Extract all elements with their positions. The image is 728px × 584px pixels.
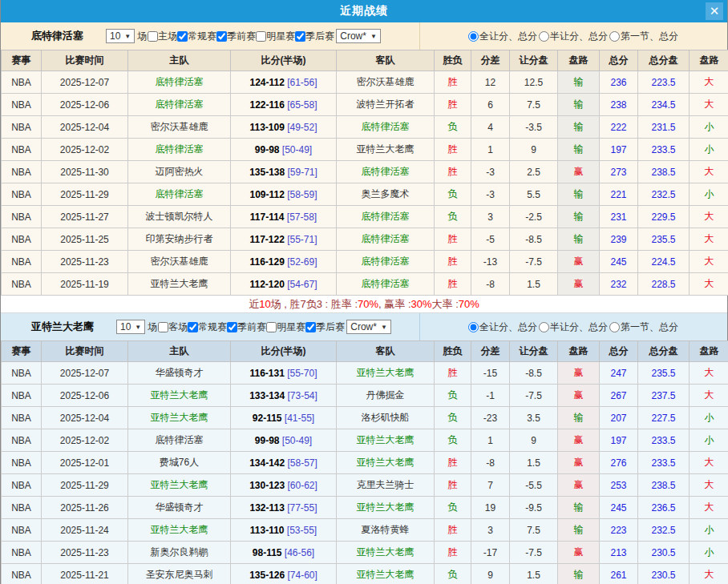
close-icon[interactable]: ✕ (706, 2, 723, 20)
handicap-result-cell: 输 (558, 564, 600, 584)
final-score: 122-116 (249, 99, 284, 111)
column-header: 盘路 (690, 341, 728, 362)
result-cell: 胜 (435, 71, 471, 94)
handicap-result-cell: 赢 (558, 161, 600, 183)
column-header: 总分 (600, 341, 638, 362)
total-result-cell: 大 (690, 161, 728, 183)
filter-checkbox[interactable] (148, 31, 158, 42)
hawks-source-select[interactable]: Crow*▼ (346, 320, 391, 334)
league-cell: NBA (2, 139, 42, 161)
odds-mode-radio[interactable] (468, 322, 479, 332)
pistons-games-count-select[interactable]: 10▼ (106, 29, 135, 43)
hawks-games-count-select[interactable]: 10▼ (116, 320, 145, 334)
date-cell: 2025-12-02 (42, 139, 128, 161)
odds-mode-radio[interactable] (609, 322, 620, 332)
table-row: NBA2025-11-23密尔沃基雄鹿116-129 [52-69]底特律活塞胜… (2, 251, 728, 273)
total-points-cell: 273 (600, 161, 638, 183)
score-cell: 92-115 [41-55] (231, 407, 337, 429)
final-score: 92-115 (253, 413, 282, 424)
league-cell: NBA (2, 474, 42, 497)
odds-mode-radio-label: 半让分、总分 (539, 320, 608, 334)
summary-segment: , 赢率 : (378, 297, 411, 312)
date-cell: 2025-11-24 (42, 519, 128, 542)
filter-checkbox[interactable] (305, 322, 316, 332)
date-cell: 2025-12-02 (42, 429, 128, 452)
column-header: 赛事 (2, 341, 42, 362)
total-points-cell: 238 (600, 94, 638, 116)
handicap-line-cell: 1.5 (510, 273, 558, 296)
filter-checkbox[interactable] (295, 31, 305, 42)
summary-segment: 70% (459, 298, 479, 310)
odds-mode-radio[interactable] (539, 322, 549, 332)
result-cell: 负 (435, 564, 471, 584)
diff-cell: -1 (471, 385, 510, 407)
total-points-cell: 207 (600, 407, 638, 429)
handicap-result-cell: 赢 (558, 429, 600, 452)
halftime-score: [55-70] (285, 368, 317, 379)
handicap-result-cell: 赢 (558, 542, 600, 564)
result-cell: 负 (435, 407, 471, 429)
hawks-results-table: 赛事比赛时间主队比分(半场)客队胜负分差让分盘盘路总分总分盘盘路 NBA2025… (1, 340, 728, 584)
final-score: 124-112 (249, 77, 284, 88)
handicap-result-cell: 输 (558, 497, 600, 519)
away-team-cell: 底特律活塞 (337, 116, 435, 139)
score-cell: 112-120 [54-67] (231, 273, 337, 296)
handicap-result-cell: 赢 (558, 474, 600, 497)
total-line-cell: 233.5 (638, 452, 690, 474)
total-result-cell: 大 (690, 94, 728, 116)
away-team-cell: 底特律活塞 (337, 273, 435, 296)
column-header: 比赛时间 (42, 341, 128, 362)
date-cell: 2025-12-01 (42, 452, 128, 474)
odds-mode-radio[interactable] (468, 31, 479, 42)
odds-mode-radio[interactable] (539, 31, 549, 42)
filter-checkbox[interactable] (188, 322, 198, 332)
checkbox-text: 季后赛 (316, 320, 345, 334)
score-cell: 135-126 [74-60] (231, 564, 337, 584)
column-header: 主队 (128, 50, 231, 71)
final-score: 117-122 (249, 234, 284, 245)
column-header: 比赛时间 (42, 50, 128, 71)
league-cell: NBA (2, 71, 42, 94)
total-points-cell: 276 (600, 452, 638, 474)
pistons-source-select[interactable]: Crow*▼ (336, 29, 381, 43)
total-points-cell: 232 (600, 273, 638, 296)
total-line-cell: 229.5 (638, 206, 690, 228)
handicap-line-cell: 9 (510, 429, 558, 452)
handicap-result-cell: 输 (558, 407, 600, 429)
column-header: 分差 (471, 341, 510, 362)
result-cell: 胜 (435, 251, 471, 273)
filter-checkbox[interactable] (256, 31, 266, 42)
odds-mode-radio[interactable] (609, 31, 620, 42)
filter-checkbox[interactable] (177, 31, 188, 42)
filter-checkbox[interactable] (227, 322, 237, 332)
filter-checkbox[interactable] (266, 322, 277, 332)
odds-mode-radio-label: 全让分、总分 (468, 30, 537, 43)
score-cell: 99-98 [50-49] (231, 139, 337, 161)
filter-checkbox[interactable] (216, 31, 227, 42)
games-suffix-label: 场 (148, 320, 157, 334)
halftime-score: [73-54] (285, 390, 317, 401)
handicap-result-cell: 输 (558, 116, 600, 139)
total-result-cell: 大 (690, 497, 728, 519)
total-result-cell: 小 (690, 139, 728, 161)
final-score: 117-114 (250, 211, 285, 223)
total-points-cell: 239 (600, 228, 638, 251)
column-header: 比分(半场) (231, 50, 337, 71)
filter-checkbox[interactable] (158, 322, 168, 332)
score-cell: 99-98 [50-49] (231, 429, 337, 452)
table-row: NBA2025-12-02底特律活塞99-98 [50-49]亚特兰大老鹰负19… (2, 429, 728, 452)
date-cell: 2025-11-26 (42, 497, 128, 519)
table-row: NBA2025-12-04密尔沃基雄鹿113-109 [49-52]底特律活塞负… (2, 116, 728, 139)
table-row: NBA2025-12-07底特律活塞124-112 [61-56]密尔沃基雄鹿胜… (2, 71, 728, 94)
home-team-cell: 亚特兰大老鹰 (128, 273, 231, 296)
halftime-score: [65-58] (285, 99, 317, 111)
date-cell: 2025-11-21 (42, 564, 128, 584)
league-cell: NBA (2, 362, 42, 385)
final-score: 116-131 (249, 368, 284, 379)
halftime-score: [60-62] (285, 480, 317, 491)
total-points-cell: 261 (600, 564, 638, 584)
column-header: 盘路 (690, 50, 728, 71)
diff-cell: -3 (471, 183, 510, 206)
diff-cell: 6 (471, 94, 510, 116)
home-team-cell: 波士顿凯尔特人 (128, 206, 231, 228)
